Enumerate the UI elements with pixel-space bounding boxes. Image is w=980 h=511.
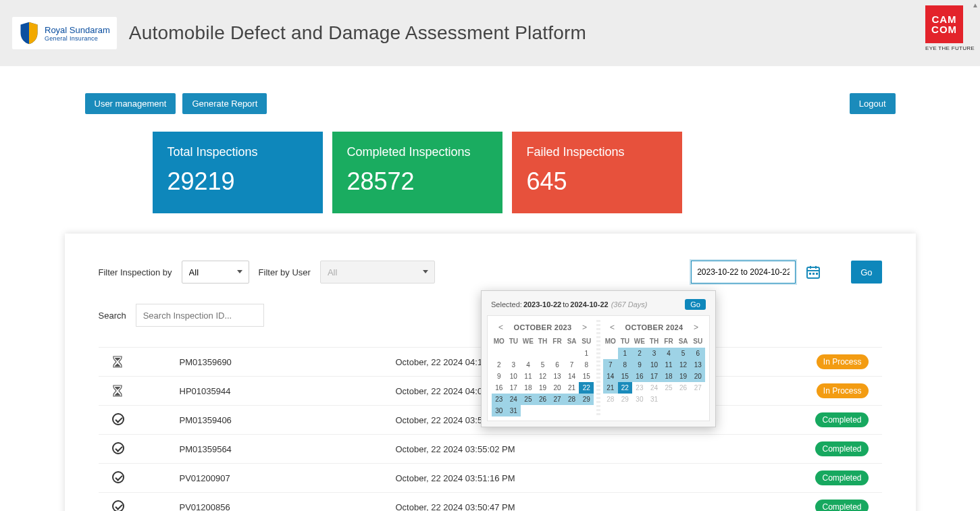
picker-go-button[interactable]: Go [685,299,706,310]
cal-next-button[interactable]: > [579,323,590,332]
cal-day[interactable]: 25 [521,394,536,405]
cal-day[interactable]: 22 [618,382,633,394]
cal-day[interactable]: 9 [632,359,647,371]
logout-button[interactable]: Logout [850,93,896,114]
cal-day[interactable]: 27 [690,382,705,394]
cal-day[interactable]: 31 [647,394,662,405]
cal-day[interactable]: 1 [618,348,633,359]
brand-name: Royal Sundaram [45,25,110,35]
cal-dow: TH [647,335,662,348]
cal-day[interactable]: 29 [618,394,633,405]
status-badge: Completed [815,412,868,427]
cal-day[interactable]: 2 [492,359,507,371]
cal-day[interactable]: 28 [603,394,618,405]
date-range-input[interactable] [691,261,796,284]
royal-sundaram-logo: Royal Sundaram General Insurance [12,17,117,49]
cal-day[interactable]: 13 [550,371,565,382]
calendar-divider [596,320,600,416]
picker-body: <OCTOBER 2023>MOTUWETHFRSASU123456789101… [487,315,710,421]
cal-day[interactable]: 6 [690,348,705,359]
cal-day[interactable]: 14 [603,371,618,382]
cal-day[interactable]: 10 [507,371,521,382]
filter-inspection-select[interactable]: All [182,261,249,284]
picker-to-date: 2024-10-22 [570,300,608,308]
cal-day[interactable]: 7 [565,359,579,371]
cal-day[interactable]: 25 [661,382,676,394]
row-date: October, 22 2024 03:50:47 PM [396,502,788,512]
cal-day[interactable]: 17 [507,382,521,394]
cal-dow: MO [603,335,618,348]
cal-day[interactable]: 16 [632,371,647,382]
cal-day[interactable]: 3 [647,348,662,359]
cal-day[interactable]: 13 [690,359,705,371]
cal-day[interactable]: 30 [492,405,507,416]
status-badge: In Process [817,383,869,398]
cal-day[interactable]: 3 [507,359,521,371]
cal-day[interactable]: 24 [507,394,521,405]
cal-day[interactable]: 19 [676,371,691,382]
cal-day[interactable]: 5 [676,348,691,359]
cal-day[interactable]: 11 [521,371,536,382]
cal-day[interactable]: 4 [661,348,676,359]
cal-day[interactable]: 21 [565,382,579,394]
cal-day[interactable]: 1 [579,348,594,359]
table-row[interactable]: PM01359564October, 22 2024 03:55:02 PMCo… [99,434,882,463]
user-management-button[interactable]: User management [85,93,176,114]
table-row[interactable]: PV01200856October, 22 2024 03:50:47 PMCo… [99,492,882,511]
cal-day[interactable]: 10 [647,359,662,371]
cal-day[interactable]: 15 [618,371,633,382]
cal-day[interactable]: 30 [632,394,647,405]
cal-day[interactable]: 5 [536,359,550,371]
cal-day[interactable]: 22 [579,382,594,394]
cal-day[interactable]: 8 [579,359,594,371]
cal-day[interactable]: 16 [492,382,507,394]
app-title: Automobile Defect and Damage Assessment … [129,22,586,44]
cal-day[interactable]: 11 [661,359,676,371]
cal-day[interactable]: 2 [632,348,647,359]
go-button[interactable]: Go [851,261,881,284]
camcom-logo: CAM COM EYE THE FUTURE [925,5,975,51]
cal-day[interactable]: 19 [536,382,550,394]
cal-day[interactable]: 18 [661,371,676,382]
cal-day[interactable]: 4 [521,359,536,371]
cal-day[interactable]: 6 [550,359,565,371]
cal-day[interactable]: 12 [536,371,550,382]
row-status-icon [112,471,180,485]
cal-day[interactable]: 17 [647,371,662,382]
generate-report-button[interactable]: Generate Report [182,93,267,114]
cal-day[interactable]: 20 [690,371,705,382]
cal-day[interactable]: 12 [676,359,691,371]
calendar-icon[interactable] [805,264,821,280]
filter-user-select[interactable]: All [320,261,435,284]
cal-day[interactable]: 9 [492,371,507,382]
cal-day[interactable]: 26 [536,394,550,405]
cal-day[interactable]: 24 [647,382,662,394]
picker-to-label: to [563,300,569,308]
row-status: In Process [788,354,869,369]
cal-day[interactable]: 21 [603,382,618,394]
cal-day[interactable]: 27 [550,394,565,405]
cal-dow: SA [676,335,691,348]
cal-day[interactable]: 28 [565,394,579,405]
cal-day[interactable]: 15 [579,371,594,382]
cal-day[interactable]: 7 [603,359,618,371]
cal-day[interactable]: 29 [579,394,594,405]
cal-prev-button[interactable]: < [496,323,506,332]
cal-day[interactable]: 23 [492,394,507,405]
cal-day[interactable]: 31 [507,405,521,416]
cal-prev-button[interactable]: < [607,323,617,332]
cal-next-button[interactable]: > [691,323,701,332]
search-input[interactable] [136,304,264,327]
cal-dow: TH [536,335,550,348]
cal-day[interactable]: 20 [550,382,565,394]
cal-day[interactable]: 23 [632,382,647,394]
cal-day[interactable]: 14 [565,371,579,382]
cal-day[interactable]: 18 [521,382,536,394]
stat-total-inspections: Total Inspections 29219 [153,132,323,213]
cal-dow: SU [579,335,594,348]
table-row[interactable]: PV01200907October, 22 2024 03:51:16 PMCo… [99,463,882,492]
cal-day[interactable]: 26 [676,382,691,394]
row-status-icon [112,442,180,456]
camcom-line2: COM [931,24,957,34]
cal-day[interactable]: 8 [618,359,633,371]
